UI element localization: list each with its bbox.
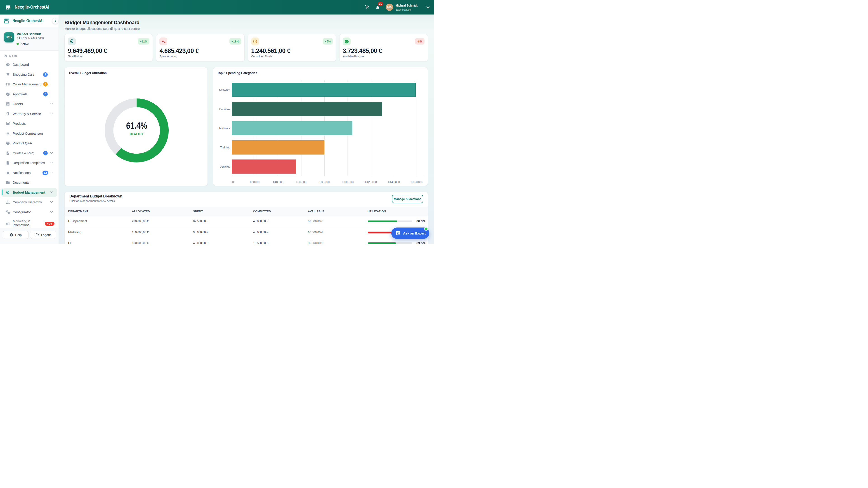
svg-text:€160.000: €160.000 — [411, 180, 423, 184]
svg-text:€40.000: €40.000 — [273, 180, 283, 184]
svg-text:€140.000: €140.000 — [388, 180, 400, 184]
svg-text:Training: Training — [220, 146, 230, 149]
svg-text:?: ? — [11, 234, 12, 236]
svg-text:Software: Software — [219, 88, 230, 92]
svg-text:€20.000: €20.000 — [250, 180, 260, 184]
svg-text:Hardware: Hardware — [218, 127, 230, 130]
svg-text:Vehicles: Vehicles — [219, 165, 230, 168]
svg-text:€0: €0 — [231, 180, 234, 184]
svg-text:€120.000: €120.000 — [365, 180, 377, 184]
svg-text:?: ? — [7, 142, 8, 144]
svg-text:61.4%: 61.4% — [126, 121, 147, 131]
svg-text:Facilities: Facilities — [219, 107, 230, 111]
svg-text:€80.000: €80.000 — [319, 180, 330, 184]
svg-text:€100.000: €100.000 — [342, 180, 353, 184]
svg-text:€60.000: €60.000 — [296, 180, 307, 184]
svg-text:HEALTHY: HEALTHY — [130, 132, 143, 136]
